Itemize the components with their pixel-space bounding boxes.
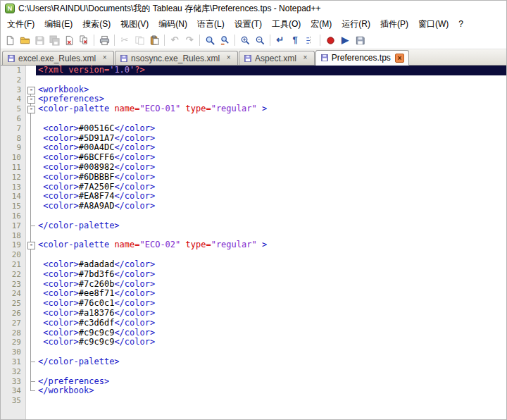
close-all-files-button[interactable] [77, 33, 91, 47]
code-empty-area[interactable] [36, 406, 506, 420]
code-line-text[interactable]: <color>#adadad</color> [36, 260, 506, 270]
play-macro-button[interactable]: ▶ [338, 33, 352, 47]
fold-margin [26, 124, 36, 134]
fold-toggle-icon[interactable] [26, 94, 36, 104]
code-line-text[interactable]: </workbook> [36, 386, 506, 396]
fold-toggle-icon[interactable] [26, 104, 36, 114]
code-line-text[interactable]: <color>#6BCFF6</color> [36, 153, 506, 163]
menu-item-13[interactable]: ? [453, 17, 468, 31]
code-line-text[interactable]: <color>#c3d6df</color> [36, 319, 506, 328]
code-line: 9 <color>#00A4DC</color> [1, 143, 506, 153]
code-token: </color> [114, 308, 155, 318]
code-line-text[interactable]: <color>#00A4DC</color> [36, 143, 506, 153]
tab-close-icon[interactable]: × [100, 54, 109, 63]
fold-toggle-icon[interactable] [26, 240, 36, 250]
zoom-out-icon [254, 35, 265, 46]
code-line-text[interactable]: <color-palette name="ECO-01" type="regul… [36, 104, 506, 114]
code-line-text[interactable]: <color>#008982</color> [36, 163, 506, 173]
print-button[interactable] [97, 33, 111, 47]
code-line-text[interactable]: </color-palette> [36, 221, 506, 231]
tab-excel-exe-rules-xml[interactable]: excel.exe_Rules.xml× [2, 51, 114, 65]
tab-label: Aspect.xml [255, 54, 296, 63]
copy-button[interactable] [132, 33, 146, 47]
record-macro-button[interactable] [323, 33, 337, 47]
show-all-chars-button[interactable]: ¶ [288, 33, 302, 47]
editor[interactable]: 1<?xml version='1.0'?>23<workbook>4<pref… [1, 66, 506, 420]
code-line: 19<color-palette name="ECO-02" type="reg… [1, 240, 506, 250]
close-file-button[interactable] [62, 33, 76, 47]
code-line-text[interactable]: <preferences> [36, 94, 506, 104]
zoom-in-button[interactable] [238, 33, 252, 47]
redo-icon: ↷ [184, 35, 195, 46]
code-line-text[interactable]: <color>#ee8f71</color> [36, 289, 506, 299]
line-number: 12 [1, 173, 26, 183]
code-line-text[interactable]: <color>#A8A9AD</color> [36, 202, 506, 211]
code-line-text[interactable] [36, 347, 506, 357]
menu-item-3[interactable]: 搜索(S) [77, 16, 115, 32]
menu-item-12[interactable]: 窗口(W) [413, 16, 453, 32]
code-line-text[interactable] [36, 367, 506, 377]
tab-close-icon[interactable]: × [224, 54, 233, 63]
code-line-text[interactable] [36, 75, 506, 85]
code-line-text[interactable]: <color>#7c260b</color> [36, 280, 506, 290]
code-line-text[interactable]: <color>#00516C</color> [36, 124, 506, 134]
redo-button[interactable]: ↷ [182, 33, 196, 47]
menu-item-10[interactable]: 运行(R) [337, 16, 375, 32]
word-wrap-button[interactable]: ↵ [273, 33, 287, 47]
code-line-text[interactable]: <color>#EA8F74</color> [36, 192, 506, 202]
zoom-out-button[interactable] [253, 33, 267, 47]
line-number: 22 [1, 270, 26, 280]
tab-close-icon[interactable]: × [395, 54, 404, 63]
menu-item-6[interactable]: 语言(L) [192, 16, 230, 32]
code-line-text[interactable] [36, 211, 506, 221]
code-line-text[interactable]: <color>#c9c9c9</color> [36, 338, 506, 347]
fold-toggle-icon[interactable] [26, 85, 36, 95]
saved-file-icon [120, 54, 128, 63]
menu-item-9[interactable]: 宏(M) [306, 16, 337, 32]
find-button[interactable] [203, 33, 217, 47]
menu-item-11[interactable]: 插件(P) [375, 16, 413, 32]
menu-item-2[interactable]: 编辑(E) [39, 16, 77, 32]
open-folder-button[interactable] [18, 33, 32, 47]
save-macro-button[interactable] [353, 33, 367, 47]
save-button[interactable] [32, 33, 46, 47]
menu-item-5[interactable]: 编码(N) [154, 16, 192, 32]
replace-button[interactable] [218, 33, 232, 47]
tab-preferences-tps[interactable]: Preferences.tps× [315, 50, 409, 66]
code-line-text[interactable]: <color>#6DBBBF</color> [36, 173, 506, 183]
tab-nsosync-exe-rules-xml[interactable]: nsosync.exe_Rules.xml× [115, 51, 238, 65]
menu-item-1[interactable]: 文件(F) [2, 16, 39, 32]
menu-item-4[interactable]: 视图(V) [115, 16, 154, 32]
line-number: 17 [1, 221, 26, 231]
menu-item-7[interactable]: 设置(T) [230, 16, 267, 32]
new-file-button[interactable] [3, 33, 17, 47]
tab-aspect-xml[interactable]: Aspect.xml× [239, 51, 315, 65]
code-line-text[interactable]: <?xml version='1.0'?> [36, 66, 506, 75]
code-line-text[interactable]: <color-palette name="ECO-02" type="regul… [36, 240, 506, 250]
fold-margin [26, 250, 36, 260]
code-line-text[interactable] [36, 231, 506, 241]
code-token: </color> [114, 337, 155, 347]
undo-button[interactable]: ↶ [168, 33, 182, 47]
code-line-text[interactable]: <color>#c9c9c9</color> [36, 328, 506, 338]
record-macro-icon [325, 35, 336, 46]
code-line-text[interactable]: </preferences> [36, 377, 506, 387]
code-line-text[interactable] [36, 250, 506, 260]
code-line-text[interactable]: <color>#5D91A7</color> [36, 134, 506, 144]
code-line-text[interactable]: </color-palette> [36, 357, 506, 367]
indent-guide-button[interactable] [303, 33, 317, 47]
code-line-text[interactable] [36, 396, 506, 406]
code-line-text[interactable]: <color>#7A250F</color> [36, 183, 506, 192]
code-line-text[interactable]: <color>#7bd3f6</color> [36, 270, 506, 280]
paste-button[interactable] [147, 33, 161, 47]
code-line-text[interactable]: <color>#76c0c1</color> [36, 299, 506, 309]
menu-item-8[interactable]: 工具(O) [267, 16, 306, 32]
cut-button[interactable]: ✂ [118, 33, 132, 47]
code-line-text[interactable] [36, 114, 506, 124]
code-line-text[interactable]: <color>#a18376</color> [36, 309, 506, 319]
tab-close-icon[interactable]: × [301, 54, 310, 63]
code-line: 10 <color>#6BCFF6</color> [1, 153, 506, 163]
save-all-button[interactable] [47, 33, 61, 47]
code-token: </workbook> [38, 385, 94, 395]
code-line-text[interactable]: <workbook> [36, 85, 506, 95]
